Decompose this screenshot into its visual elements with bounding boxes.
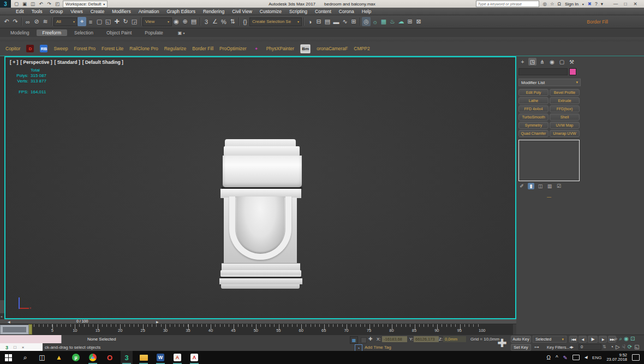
menu-item[interactable]: Scripting <box>285 9 311 14</box>
bm-button[interactable]: Bm <box>300 44 311 53</box>
utorrent-icon[interactable]: µ <box>70 351 82 364</box>
zoom-icon[interactable]: ⌕ <box>615 336 618 342</box>
menu-item[interactable]: Tools <box>28 9 46 14</box>
align-icon[interactable]: ⊟ <box>314 17 323 26</box>
menu-item[interactable]: Group <box>46 9 67 14</box>
selection-filter-dropdown[interactable]: All ▾ <box>53 17 77 26</box>
viewport-label-segment[interactable]: [ + ] <box>10 59 18 65</box>
border-fill-button[interactable]: Border Fill <box>192 46 213 51</box>
previous-frame-button[interactable]: ◀| <box>579 336 587 343</box>
maxscript-mini-recorder[interactable] <box>0 335 62 343</box>
viewport-label-segment[interactable]: [ Default Shading ] <box>82 59 123 65</box>
menu-item[interactable]: Civil View <box>228 9 256 14</box>
render-setup-icon[interactable]: ☼ <box>371 17 379 26</box>
physxpainter-button[interactable]: PhysXPainter <box>266 46 295 51</box>
modifier-button[interactable]: Edit Poly <box>518 89 548 96</box>
edit-named-selection-sets-icon[interactable]: {} <box>241 17 249 26</box>
project-folder-icon[interactable]: ◰ <box>54 1 61 7</box>
people-icon[interactable]: Ω <box>546 355 550 361</box>
action-center-icon[interactable] <box>632 354 640 361</box>
layer-manager-icon[interactable]: ▤ <box>323 17 332 26</box>
perspective-viewport[interactable]: [ + ][ Perspective ][ Standard ][ Defaul… <box>4 56 516 319</box>
menu-item[interactable]: Modifiers <box>108 9 134 14</box>
menu-item[interactable]: Customize <box>256 9 285 14</box>
opera-icon[interactable]: O <box>104 351 116 364</box>
remove-modifier-icon[interactable]: ▥ <box>546 183 553 189</box>
y-coordinate-field[interactable]: 66126,173 <box>414 336 439 342</box>
mini-preview-titlebar[interactable]: 3 □ × <box>0 343 43 351</box>
zoom-all-icon[interactable]: ⌕ <box>619 336 623 342</box>
angle-snap-icon[interactable]: ∠ <box>211 17 219 26</box>
previous-frame-arrow[interactable]: ◀ <box>8 320 10 324</box>
time-configuration-icon[interactable]: ◔ <box>610 344 613 350</box>
file-explorer-icon[interactable] <box>138 351 150 364</box>
schematic-view-icon[interactable]: ⊞ <box>349 17 358 26</box>
next-frame-arrow[interactable]: ▶ <box>156 320 159 324</box>
window-crossing-icon[interactable]: ◱ <box>104 17 112 26</box>
menu-item[interactable]: Graph Editors <box>163 9 199 14</box>
restore-button[interactable]: □ <box>621 1 630 7</box>
tab-modeling[interactable]: Modeling <box>4 29 35 36</box>
modifier-button[interactable]: FFD(box) <box>550 105 580 112</box>
reference-coordinate-dropdown[interactable]: View ▾ <box>142 17 172 26</box>
start-button[interactable] <box>2 351 14 364</box>
select-and-move-icon[interactable]: ✚ <box>112 17 121 26</box>
isolate-selection-toggle[interactable]: ▦ <box>350 336 358 344</box>
keyboard-shortcut-override-icon[interactable]: ▤ <box>189 17 198 26</box>
field-of-view-icon[interactable]: ⊡ <box>630 336 635 342</box>
modifier-button[interactable]: Unwrap UVW <box>550 130 580 137</box>
maximize-viewport-toggle-icon[interactable]: ◱ <box>634 344 639 350</box>
utilities-tab-icon[interactable]: ⚒ <box>568 58 576 65</box>
spinner-snap-icon[interactable]: ⇅ <box>228 17 237 26</box>
taskbar-preview-popup[interactable] <box>0 325 29 335</box>
render-in-cloud-icon[interactable]: ☁ <box>397 17 406 26</box>
orbit-icon[interactable]: ⟳ <box>628 344 632 350</box>
open-file-icon[interactable]: ▣ <box>21 1 28 7</box>
modifier-button[interactable]: Bevel Profile <box>550 89 580 96</box>
selection-lock-toggle[interactable] <box>361 337 367 343</box>
menu-item[interactable]: Edit <box>12 9 28 14</box>
debris-maker-icon[interactable]: D <box>26 45 34 52</box>
sweep-button[interactable]: Sweep <box>53 46 68 51</box>
task-view-icon[interactable]: ◫ <box>36 351 48 364</box>
key-filters-button[interactable]: Key Filters... <box>547 345 570 350</box>
language-indicator[interactable]: ENG <box>592 355 601 360</box>
next-frame-button[interactable]: |▶ <box>599 336 607 343</box>
select-object-icon[interactable]: ⌖ <box>77 17 86 26</box>
curve-editor-icon[interactable]: ∿ <box>341 17 349 26</box>
communication-center-icon[interactable]: ◎ <box>543 1 547 7</box>
state-sets-icon[interactable]: ⊠ <box>414 17 423 26</box>
modifier-button[interactable]: Quad Chamfer <box>518 130 548 137</box>
chevron-down-icon[interactable]: ▾ <box>582 2 584 6</box>
undo-quick-icon[interactable]: ↶ <box>38 1 44 7</box>
chevron-down-icon[interactable]: ▾ <box>183 31 184 35</box>
named-selection-set-dropdown[interactable]: Create Selection Se ▾ <box>249 17 302 26</box>
add-time-tag[interactable]: Add Time Tag <box>365 345 391 350</box>
current-frame-field[interactable]: 0 <box>579 344 601 350</box>
ribbon-toggle-icon[interactable]: ▬ <box>332 17 341 26</box>
left-dock-handle[interactable] <box>0 300 4 313</box>
zoom-extents-icon[interactable]: ◉ <box>624 336 629 342</box>
menu-item[interactable]: Animation <box>135 9 163 14</box>
corona-camera-button[interactable]: oronaCameraF <box>317 46 348 51</box>
tab-object-paint[interactable]: Object Paint <box>100 29 138 36</box>
search-input[interactable] <box>476 1 539 7</box>
help-caret-icon[interactable]: ▾ <box>601 1 603 7</box>
menu-item[interactable]: Rendering <box>199 9 228 14</box>
z-coordinate-field[interactable]: 0,0mm <box>443 336 466 342</box>
modifier-button[interactable]: Symmetry <box>518 122 548 129</box>
chrome-icon[interactable]: ● <box>87 351 99 364</box>
moulding-3d-model[interactable] <box>219 139 302 289</box>
app-manager-icon[interactable]: ✖ <box>588 1 592 7</box>
pen-icon[interactable]: ✎ <box>563 355 568 361</box>
select-and-manipulate-icon[interactable]: ⊕ <box>181 17 189 26</box>
select-and-rotate-icon[interactable]: ↻ <box>121 17 130 26</box>
render-shortcuts-icon[interactable]: ⊞ <box>406 17 414 26</box>
word-icon[interactable]: W <box>154 351 166 364</box>
percent-snap-icon[interactable]: % <box>219 17 228 26</box>
x-coordinate-field[interactable]: -16183,68 <box>382 336 407 342</box>
menu-item[interactable]: Content <box>311 9 335 14</box>
make-unique-icon[interactable]: ◫ <box>537 183 544 189</box>
clock[interactable]: 9:52 23.07.2018 <box>606 353 627 362</box>
drive-triangle-icon[interactable]: ▲ <box>53 351 65 364</box>
